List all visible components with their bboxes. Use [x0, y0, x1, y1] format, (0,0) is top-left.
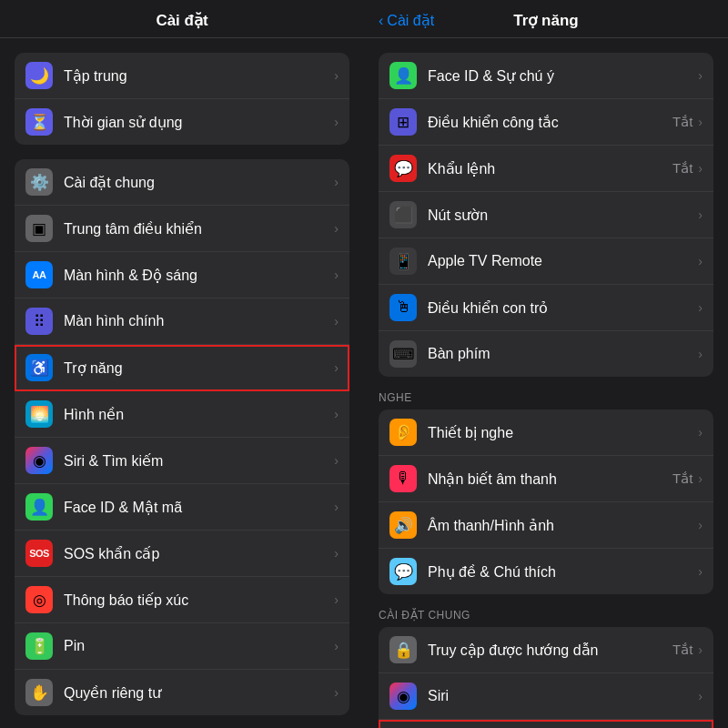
icon-sos: SOS	[25, 540, 53, 567]
item-siri-r[interactable]: ◉Siri›	[379, 673, 713, 720]
value-dieu-khien-cong-tac: Tắt	[672, 114, 693, 130]
label-nhan-biet: Nhận biết âm thanh	[428, 470, 672, 488]
label-am-thanh: Âm thanh/Hình ảnh	[428, 517, 698, 534]
item-face-id-r[interactable]: 👤Face ID & Sự chú ý›	[379, 53, 713, 99]
right-header: ‹ Cài đặt Trợ năng	[364, 0, 728, 38]
card-top: 🌙Tập trung›⏳Thời gian sử dụng›	[15, 53, 349, 145]
item-thiet-bi-nghe[interactable]: 👂Thiết bị nghe›	[379, 410, 713, 456]
label-appletv: Apple TV Remote	[428, 253, 698, 269]
icon-cai-dat-chung: ⚙️	[25, 168, 53, 196]
section-vision: 👤Face ID & Sự chú ý›⊞Điều khiển công tắc…	[364, 53, 728, 377]
icon-truy-cap: 🔒	[389, 636, 417, 663]
right-panel: ‹ Cài đặt Trợ năng 👤Face ID & Sự chú ý›⊞…	[364, 0, 728, 728]
item-thong-bao[interactable]: ◎Thông báo tiếp xúc›	[15, 577, 349, 623]
chevron-khau-lenh: ›	[698, 161, 703, 176]
card-vision: 👤Face ID & Sự chú ý›⊞Điều khiển công tắc…	[379, 53, 713, 377]
label-hinh-nen: Hình nền	[64, 406, 334, 423]
chevron-cai-dat-chung: ›	[334, 175, 339, 189]
icon-phu-de: 💬	[389, 558, 417, 585]
item-hinh-nen[interactable]: 🌅Hình nền›	[15, 391, 349, 438]
icon-hinh-nen: 🌅	[25, 400, 53, 428]
item-phim-tat[interactable]: ♿Phím tắt trợ năngHỏi›	[379, 720, 713, 728]
chevron-am-thanh: ›	[698, 518, 703, 532]
item-thoi-gian[interactable]: ⏳Thời gian sử dụng›	[15, 99, 349, 145]
card-cai-dat-chung-r: 🔒Truy cập được hướng dẫnTắt›◉Siri›♿Phím …	[379, 627, 713, 728]
label-man-hinh-chinh: Màn hình chính	[64, 313, 334, 329]
chevron-tro-nang: ›	[334, 360, 339, 375]
chevron-dieu-khien-con-tro: ›	[698, 300, 703, 315]
label-face-id-r: Face ID & Sự chú ý	[428, 67, 698, 85]
item-man-hinh[interactable]: AAMàn hình & Độ sáng›	[15, 252, 349, 298]
left-title: Cài đặt	[156, 12, 207, 29]
label-quyen-rieng: Quyền riêng tư	[64, 684, 334, 702]
icon-face-id: 👤	[25, 493, 53, 521]
item-dieu-khien-con-tro[interactable]: 🖱Điều khiển con trỏ›	[379, 285, 713, 331]
item-tro-nang[interactable]: ♿Trợ năng›	[15, 345, 349, 391]
item-sos[interactable]: SOSSOS khẩn cấp›	[15, 531, 349, 577]
icon-thong-bao: ◎	[25, 586, 53, 613]
item-trung-tam[interactable]: ▣Trung tâm điều khiển›	[15, 206, 349, 252]
chevron-siri: ›	[334, 453, 339, 468]
item-siri[interactable]: ◉Siri & Tìm kiếm›	[15, 438, 349, 484]
icon-dieu-khien-con-tro: 🖱	[389, 294, 417, 321]
chevron-man-hinh: ›	[334, 268, 339, 282]
right-scroll: 👤Face ID & Sự chú ý›⊞Điều khiển công tắc…	[364, 38, 728, 728]
item-man-hinh-chinh[interactable]: ⠿Màn hình chính›	[15, 298, 349, 345]
label-cai-dat-chung: Cài đặt chung	[64, 174, 334, 191]
item-pin[interactable]: 🔋Pin›	[15, 623, 349, 670]
left-panel: Cài đặt 🌙Tập trung›⏳Thời gian sử dụng›⚙️…	[0, 0, 364, 728]
label-face-id: Face ID & Mật mã	[64, 499, 334, 516]
item-ban-phim[interactable]: ⌨Bàn phím›	[379, 331, 713, 377]
section-cai-dat-chung-r: CÀI ĐẶT CHUNG🔒Truy cập được hướng dẫnTắt…	[364, 609, 728, 728]
label-thoi-gian: Thời gian sử dụng	[64, 114, 334, 131]
value-khau-lenh: Tắt	[672, 160, 693, 177]
item-phu-de[interactable]: 💬Phụ đề & Chú thích›	[379, 549, 713, 594]
chevron-pin: ›	[334, 639, 339, 653]
right-title: Trợ năng	[513, 11, 578, 30]
item-tap-trung[interactable]: 🌙Tập trung›	[15, 53, 349, 99]
item-quyen-rieng[interactable]: ✋Quyền riêng tư›	[15, 670, 349, 715]
card-general: ⚙️Cài đặt chung›▣Trung tâm điều khiển›AA…	[15, 159, 349, 715]
item-face-id[interactable]: 👤Face ID & Mật mã›	[15, 484, 349, 531]
chevron-appletv: ›	[698, 254, 703, 268]
icon-thiet-bi-nghe: 👂	[389, 419, 417, 446]
section-nghe: NGHE👂Thiết bị nghe›🎙Nhận biết âm thanhTắ…	[364, 391, 728, 594]
icon-man-hinh-chinh: ⠿	[25, 308, 53, 335]
chevron-tap-trung: ›	[334, 68, 339, 83]
icon-nut-suon: ⬛	[389, 201, 417, 228]
icon-ban-phim: ⌨	[389, 340, 417, 368]
label-pin: Pin	[64, 638, 334, 654]
item-nut-suon[interactable]: ⬛Nút sườn›	[379, 192, 713, 238]
icon-nhan-biet: 🎙	[389, 465, 417, 492]
label-siri-r: Siri	[428, 688, 698, 704]
icon-am-thanh: 🔊	[389, 511, 417, 539]
value-nhan-biet: Tắt	[672, 470, 693, 487]
label-nut-suon: Nút sườn	[428, 207, 698, 224]
item-cai-dat-chung[interactable]: ⚙️Cài đặt chung›	[15, 159, 349, 206]
item-nhan-biet[interactable]: 🎙Nhận biết âm thanhTắt›	[379, 456, 713, 502]
item-appletv[interactable]: 📱Apple TV Remote›	[379, 238, 713, 285]
icon-khau-lenh: 💬	[389, 155, 417, 182]
chevron-left-icon: ‹	[379, 13, 383, 29]
chevron-truy-cap: ›	[698, 642, 703, 657]
label-phu-de: Phụ đề & Chú thích	[428, 563, 698, 581]
icon-pin: 🔋	[25, 632, 53, 660]
label-siri: Siri & Tìm kiếm	[64, 452, 334, 470]
back-button[interactable]: ‹ Cài đặt	[379, 12, 434, 29]
chevron-quyen-rieng: ›	[334, 685, 339, 700]
chevron-hinh-nen: ›	[334, 407, 339, 421]
item-am-thanh[interactable]: 🔊Âm thanh/Hình ảnh›	[379, 502, 713, 549]
item-khau-lenh[interactable]: 💬Khẩu lệnhTắt›	[379, 146, 713, 192]
label-sos: SOS khẩn cấp	[64, 545, 334, 562]
item-dieu-khien-cong-tac[interactable]: ⊞Điều khiển công tắcTắt›	[379, 99, 713, 146]
chevron-thong-bao: ›	[334, 592, 339, 607]
label-khau-lenh: Khẩu lệnh	[428, 160, 672, 177]
section-general: ⚙️Cài đặt chung›▣Trung tâm điều khiển›AA…	[0, 159, 364, 715]
icon-face-id-r: 👤	[389, 62, 417, 89]
item-truy-cap[interactable]: 🔒Truy cập được hướng dẫnTắt›	[379, 627, 713, 673]
label-thong-bao: Thông báo tiếp xúc	[64, 592, 334, 609]
chevron-face-id-r: ›	[698, 68, 703, 83]
chevron-nut-suon: ›	[698, 207, 703, 222]
icon-thoi-gian: ⏳	[25, 108, 53, 136]
icon-tap-trung: 🌙	[25, 62, 53, 89]
